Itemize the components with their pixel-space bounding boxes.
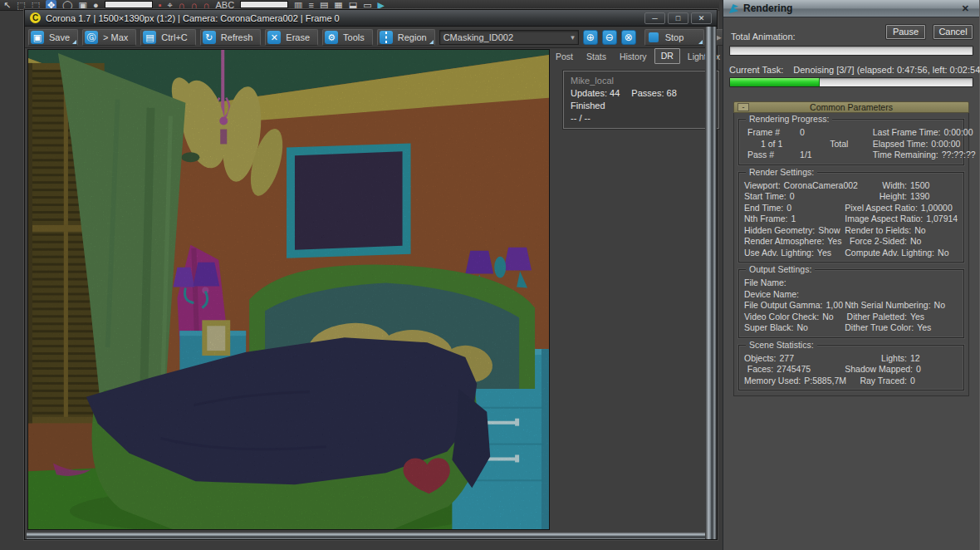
mask-channel-dropdown[interactable]: CMasking_ID002 ▾ <box>439 30 579 45</box>
shadow-mapped-label: Shadow Mapped: <box>845 364 916 376</box>
minimize-button[interactable]: ─ <box>644 12 665 24</box>
vfb-titlebar[interactable]: C Corona 1.7 | 1500×1390px (1:2) | Camer… <box>25 10 717 27</box>
image-aspect-label: Image Aspect Ratio: <box>845 214 926 225</box>
rendering-dialog-titlebar[interactable]: Rendering ✕ <box>723 0 979 17</box>
save-button[interactable]: ▣ Save <box>28 29 78 46</box>
file-output-gamma-label: File Output Gamma: <box>744 300 826 312</box>
bedroom-mask-render <box>28 50 549 529</box>
named-selection-field[interactable] <box>240 1 288 8</box>
compute-adv-lighting-label: Compute Adv. Lighting: <box>845 248 938 259</box>
graphite-icon[interactable]: ▦ <box>334 0 342 10</box>
layer-manager-icon[interactable]: ▤ <box>320 0 328 10</box>
output-settings-group: Output Settings: File Name: Device Name:… <box>738 269 964 338</box>
scale-icon[interactable]: ▣ <box>79 0 87 10</box>
pivot-icon[interactable]: ▪ <box>159 0 162 10</box>
render-extra: -- / -- <box>571 112 712 125</box>
select-center-icon[interactable]: ⌖ <box>168 0 173 10</box>
region-button[interactable]: Region <box>377 29 435 46</box>
chevron-down-icon: ▾ <box>571 33 575 42</box>
tab-history[interactable]: History <box>614 50 653 64</box>
height-value: 1390 <box>910 191 958 203</box>
close-icon[interactable]: ✕ <box>957 3 974 14</box>
named-selection-icon[interactable]: ABC <box>215 0 234 10</box>
tab-post[interactable]: Post <box>550 50 579 64</box>
video-color-check-label: Video Color Check: <box>744 312 822 323</box>
render-setup-icon[interactable]: ▶ <box>378 0 385 10</box>
close-button[interactable]: ✕ <box>691 12 712 24</box>
task-progress-fill <box>730 78 820 86</box>
dither-true-color-value: Yes <box>917 322 958 334</box>
reference-coordinate-field[interactable] <box>105 1 153 8</box>
objects-value: 277 <box>780 353 845 365</box>
rotate-icon[interactable]: ◯ <box>62 0 72 10</box>
zoom-reset-button[interactable]: ⊗ <box>621 30 636 45</box>
refresh-label: Refresh <box>221 32 253 42</box>
zoom-out-button[interactable]: ⊖ <box>602 30 617 45</box>
current-task-value: Denoising [3/7] (elapsed: 0:47:56, left:… <box>793 65 980 75</box>
maximize-button[interactable]: □ <box>668 12 688 24</box>
file-name-value <box>790 277 845 289</box>
total-animation-label: Total Animation: <box>731 32 796 42</box>
percent-snap-icon[interactable]: ∩ <box>203 0 210 10</box>
stop-label: Stop <box>665 32 684 42</box>
faces-value: 2745475 <box>777 364 845 376</box>
common-parameters-header[interactable]: - Common Parameters <box>733 101 969 113</box>
group-title: Render Settings: <box>746 167 817 177</box>
angle-snap-icon[interactable]: ∩ <box>191 0 198 10</box>
tab-stats[interactable]: Stats <box>581 50 612 64</box>
render-settings-group: Render Settings: Viewport:CoronaCamera00… <box>738 172 964 263</box>
collapse-icon[interactable]: - <box>737 103 749 111</box>
save-icon: ▣ <box>31 31 44 44</box>
pause-button[interactable]: Pause <box>886 25 925 39</box>
current-task-label: Current Task: <box>729 65 783 75</box>
objects-label: Objects: <box>744 353 780 365</box>
stop-button[interactable]: Stop <box>644 29 704 46</box>
snap-toggle-icon[interactable]: ∩ <box>179 0 185 10</box>
last-frame-time-label: Last Frame Time: <box>873 127 944 139</box>
corona-vfb-window: C Corona 1.7 | 1500×1390px (1:2) | Camer… <box>25 10 717 539</box>
use-adv-lighting-label: Use Adv. Lighting: <box>744 248 817 259</box>
lasso-select-icon[interactable]: ⬚ <box>32 0 40 10</box>
curve-editor-icon[interactable]: ⬓ <box>349 0 357 10</box>
pass-value: 1/1 <box>800 150 830 161</box>
height-label: Height: <box>845 191 910 203</box>
frame-value: 0 <box>800 127 830 139</box>
tools-button[interactable]: ⚙ Tools <box>322 29 373 46</box>
device-name-value <box>802 289 845 301</box>
zoom-in-button[interactable]: ⊕ <box>583 30 598 45</box>
nth-frame-label: Nth Frame: <box>744 214 791 225</box>
select-icon[interactable]: ↖ <box>3 0 11 10</box>
max-logo-icon: Ⓖ <box>85 31 98 44</box>
dither-paletted-label: Dither Paletted: <box>845 312 910 323</box>
window-resize-handle-right[interactable] <box>705 27 717 539</box>
mask-channel-value: CMasking_ID002 <box>443 32 513 42</box>
tab-dr[interactable]: DR <box>654 48 680 64</box>
current-task-progressbar <box>729 77 973 87</box>
cancel-button[interactable]: Cancel <box>933 25 973 39</box>
mirror-icon[interactable]: ▥ <box>294 0 302 10</box>
lights-label: Lights: <box>845 353 910 365</box>
window-resize-handle-bottom[interactable] <box>27 532 705 539</box>
elapsed-time-value: 0:00:00 <box>931 139 960 150</box>
vfb-tab-bar: Post Stats History DR LightMix <box>550 49 728 64</box>
align-icon[interactable]: ≡ <box>308 0 313 10</box>
render-image-viewport[interactable] <box>27 49 550 530</box>
dither-paletted-value: Yes <box>910 312 958 323</box>
select-region-icon[interactable]: ⬚ <box>17 0 25 10</box>
tab-lightmix[interactable]: LightMix <box>682 50 726 64</box>
common-parameters-rollout: - Common Parameters Rendering Progress: … <box>733 101 969 396</box>
device-name-label: Device Name: <box>744 289 802 301</box>
render-status: Finished <box>571 100 712 112</box>
time-remaining-value: ??:??:?? <box>942 150 976 161</box>
group-title: Rendering Progress: <box>746 114 832 124</box>
material-sphere-icon[interactable]: ● <box>93 0 99 10</box>
to-max-button[interactable]: Ⓖ > Max <box>82 29 136 46</box>
move-icon[interactable]: ✥ <box>46 0 56 10</box>
copy-button[interactable]: ▤ Ctrl+C <box>140 29 195 46</box>
refresh-button[interactable]: ↻ Refresh <box>200 29 262 46</box>
schematic-view-icon[interactable]: ▭ <box>363 0 371 10</box>
save-label: Save <box>49 32 70 42</box>
erase-button[interactable]: ✕ Erase <box>265 29 318 46</box>
erase-label: Erase <box>286 32 310 42</box>
end-time-label: End Time: <box>744 203 786 214</box>
